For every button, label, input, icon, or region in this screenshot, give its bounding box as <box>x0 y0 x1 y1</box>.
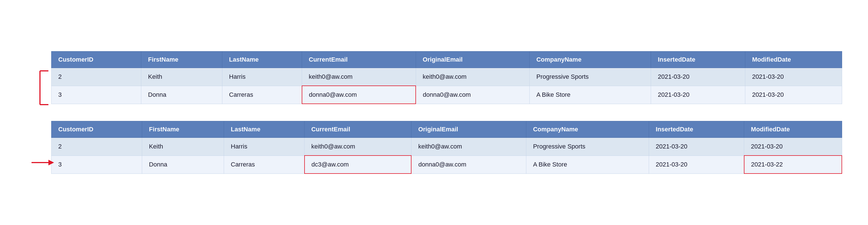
table-cell: 2021-03-20 <box>651 68 745 86</box>
table-cell: A Bike Store <box>526 156 649 173</box>
col-originalemail-b: OriginalEmail <box>411 121 526 138</box>
table-cell: keith0@aw.com <box>416 68 529 86</box>
table-cell: 3 <box>52 156 142 173</box>
col-inserteddate: InsertedDate <box>651 52 745 68</box>
table-cell: 2021-03-20 <box>744 138 842 156</box>
table-cell: donna0@aw.com <box>411 156 526 173</box>
col-inserteddate-b: InsertedDate <box>649 121 744 138</box>
col-customerid: CustomerID <box>52 52 141 68</box>
bottom-table: CustomerID FirstName LastName CurrentEma… <box>51 121 842 174</box>
table-cell: Harris <box>222 68 302 86</box>
table-cell: Progressive Sports <box>526 138 649 156</box>
col-originalemail: OriginalEmail <box>416 52 529 68</box>
table-cell: Keith <box>142 138 224 156</box>
table-cell: 2021-03-20 <box>651 86 745 104</box>
table-cell: 3 <box>52 86 141 104</box>
table-cell: Keith <box>141 68 222 86</box>
bracket-svg-top <box>29 68 54 107</box>
top-arrow-area <box>26 51 51 104</box>
svg-marker-4 <box>49 160 54 165</box>
table-row: 2KeithHarriskeith0@aw.comkeith0@aw.comPr… <box>52 138 842 156</box>
col-firstname: FirstName <box>141 52 222 68</box>
table-row: 2KeithHarriskeith0@aw.comkeith0@aw.comPr… <box>52 68 842 86</box>
table-cell: keith0@aw.com <box>411 138 526 156</box>
table-cell: Donna <box>141 86 222 104</box>
col-companyname-b: CompanyName <box>526 121 649 138</box>
table-cell: A Bike Store <box>529 86 651 104</box>
page-wrapper: CustomerID FirstName LastName CurrentEma… <box>26 51 842 174</box>
col-companyname: CompanyName <box>529 52 651 68</box>
col-lastname: LastName <box>222 52 302 68</box>
col-customerid-b: CustomerID <box>52 121 142 138</box>
table-cell: Carreras <box>222 86 302 104</box>
table-cell: keith0@aw.com <box>302 68 416 86</box>
table-cell: 2 <box>52 68 141 86</box>
table-cell: donna0@aw.com <box>302 86 416 104</box>
bottom-table-section: CustomerID FirstName LastName CurrentEma… <box>26 121 842 174</box>
bottom-arrow-area <box>26 121 51 174</box>
col-firstname-b: FirstName <box>142 121 224 138</box>
table-cell: 2021-03-20 <box>649 138 744 156</box>
table-cell: dc3@aw.com <box>305 156 411 173</box>
table-cell: 2021-03-22 <box>744 156 842 173</box>
table-cell: donna0@aw.com <box>416 86 529 104</box>
arrow-svg-bottom <box>29 151 54 174</box>
table-row: 3DonnaCarrerasdonna0@aw.comdonna0@aw.com… <box>52 86 842 104</box>
col-currentemail-b: CurrentEmail <box>305 121 411 138</box>
table-row: 3DonnaCarrerasdc3@aw.comdonna0@aw.comA B… <box>52 156 842 173</box>
table-cell: 2021-03-20 <box>745 86 842 104</box>
top-table: CustomerID FirstName LastName CurrentEma… <box>51 51 842 104</box>
table-cell: Donna <box>142 156 224 173</box>
top-table-section: CustomerID FirstName LastName CurrentEma… <box>26 51 842 104</box>
table-cell: Carreras <box>224 156 305 173</box>
table-cell: 2021-03-20 <box>649 156 744 173</box>
table-cell: 2021-03-20 <box>745 68 842 86</box>
col-lastname-b: LastName <box>224 121 305 138</box>
col-currentemail: CurrentEmail <box>302 52 416 68</box>
table-cell: keith0@aw.com <box>305 138 411 156</box>
col-modifieddate: ModifiedDate <box>745 52 842 68</box>
table-cell: Harris <box>224 138 305 156</box>
col-modifieddate-b: ModifiedDate <box>744 121 842 138</box>
table-cell: Progressive Sports <box>529 68 651 86</box>
bottom-table-header-row: CustomerID FirstName LastName CurrentEma… <box>52 121 842 138</box>
table-cell: 2 <box>52 138 142 156</box>
top-table-header-row: CustomerID FirstName LastName CurrentEma… <box>52 52 842 68</box>
